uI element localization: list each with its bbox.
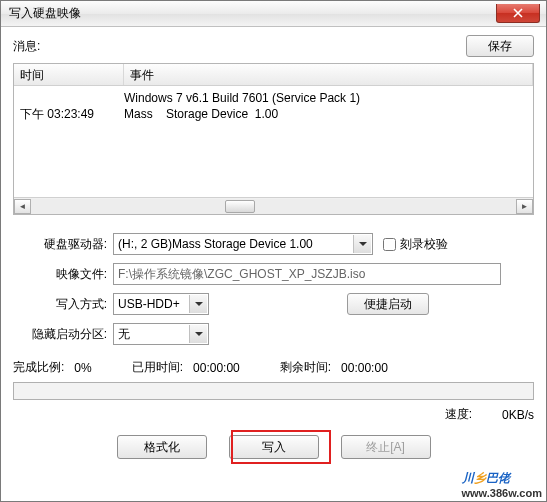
format-button[interactable]: 格式化	[117, 435, 207, 459]
scroll-track[interactable]	[31, 199, 516, 214]
close-button[interactable]	[496, 4, 540, 23]
col-event-header[interactable]: 事件	[124, 64, 533, 85]
done-value: 0%	[74, 361, 91, 375]
elapsed-label: 已用时间:	[132, 359, 183, 376]
scroll-left-icon[interactable]: ◄	[14, 199, 31, 214]
watermark: 川乡巴佬 www.386w.com	[462, 468, 543, 499]
log-header: 时间 事件	[14, 64, 533, 86]
log-row: 下午 03:23:49Mass Storage Device 1.00	[20, 106, 527, 122]
save-button[interactable]: 保存	[466, 35, 534, 57]
log-row: Windows 7 v6.1 Build 7601 (Service Pack …	[20, 90, 527, 106]
write-mode-select[interactable]: USB-HDD+	[113, 293, 209, 315]
quick-boot-button[interactable]: 便捷启动	[347, 293, 429, 315]
button-row: 格式化 写入 终止[A]	[13, 435, 534, 459]
remain-value: 00:00:00	[341, 361, 388, 375]
horizontal-scrollbar[interactable]: ◄ ►	[14, 197, 533, 214]
drive-select[interactable]: (H:, 2 GB)Mass Storage Device 1.00	[113, 233, 373, 255]
hide-partition-select[interactable]: 无	[113, 323, 209, 345]
message-label: 消息:	[13, 38, 40, 55]
verify-checkbox-input[interactable]	[383, 238, 396, 251]
remain-label: 剩余时间:	[280, 359, 331, 376]
chevron-down-icon	[189, 325, 207, 343]
speed-label: 速度:	[445, 406, 472, 423]
write-button[interactable]: 写入	[229, 435, 319, 459]
image-path-input[interactable]	[113, 263, 501, 285]
speed-value: 0KB/s	[502, 408, 534, 422]
col-time-header[interactable]: 时间	[14, 64, 124, 85]
close-icon	[513, 8, 523, 18]
scroll-thumb[interactable]	[225, 200, 255, 213]
drive-label: 硬盘驱动器:	[13, 236, 113, 253]
chevron-down-icon	[189, 295, 207, 313]
log-body: Windows 7 v6.1 Build 7601 (Service Pack …	[14, 86, 533, 197]
hide-partition-label: 隐藏启动分区:	[13, 326, 113, 343]
scroll-right-icon[interactable]: ►	[516, 199, 533, 214]
verify-checkbox[interactable]: 刻录校验	[383, 236, 448, 253]
chevron-down-icon	[353, 235, 371, 253]
window-title: 写入硬盘映像	[9, 5, 81, 22]
speed-row: 速度: 0KB/s	[13, 406, 534, 423]
elapsed-value: 00:00:00	[193, 361, 240, 375]
image-label: 映像文件:	[13, 266, 113, 283]
done-label: 完成比例:	[13, 359, 64, 376]
titlebar: 写入硬盘映像	[1, 1, 546, 27]
abort-button: 终止[A]	[341, 435, 431, 459]
progress-stats: 完成比例: 0% 已用时间: 00:00:00 剩余时间: 00:00:00	[13, 359, 534, 376]
log-area: 时间 事件 Windows 7 v6.1 Build 7601 (Service…	[13, 63, 534, 215]
write-mode-label: 写入方式:	[13, 296, 113, 313]
progress-bar	[13, 382, 534, 400]
